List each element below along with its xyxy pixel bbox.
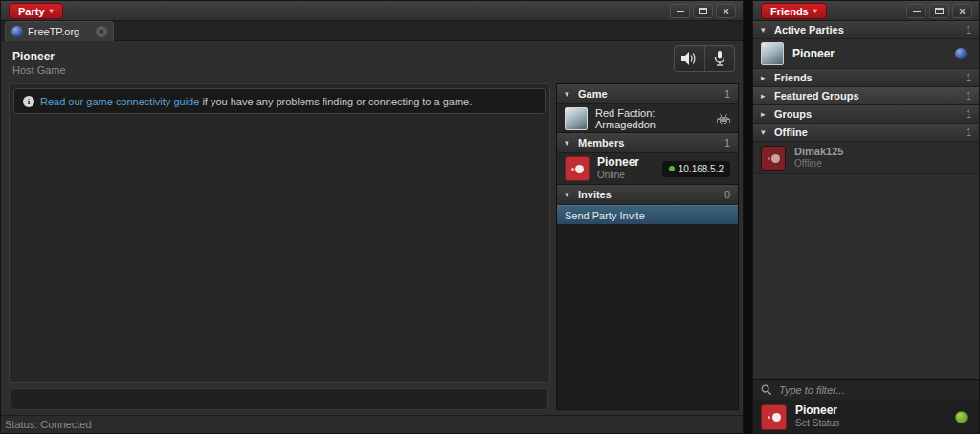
- status-text: Status: Connected: [1, 419, 92, 430]
- game-thumbnail: [565, 107, 588, 130]
- avatar: [761, 404, 787, 430]
- game-name: Red Faction: Armageddon: [595, 107, 709, 130]
- section-label: Invites: [578, 189, 612, 200]
- section-label: Active Parties: [774, 24, 844, 35]
- section-header-featured-groups[interactable]: ▸ Featured Groups 1: [753, 87, 979, 105]
- friends-menu-label: Friends: [770, 6, 809, 17]
- chevron-down-icon: ▾: [565, 89, 573, 99]
- section-header-offline[interactable]: ▾ Offline 1: [753, 124, 979, 142]
- speaker-button[interactable]: [675, 46, 704, 71]
- tab-close-icon[interactable]: ×: [96, 26, 107, 37]
- offline-friend-row[interactable]: Dimak125 Offline: [753, 142, 979, 174]
- party-menu-label: Party: [18, 6, 45, 17]
- section-count: 1: [724, 137, 730, 148]
- member-status: Online: [597, 170, 639, 181]
- chevron-right-icon: ▸: [761, 91, 769, 101]
- section-header-invites[interactable]: ▾ Invites 0: [557, 185, 738, 205]
- minimize-icon: [913, 11, 921, 12]
- section-label: Groups: [774, 108, 812, 120]
- chat-input[interactable]: [11, 388, 548, 410]
- member-identity: Pioneer Online: [597, 156, 639, 180]
- send-party-invite-button[interactable]: Send Party Invite: [557, 205, 738, 224]
- section-count: 1: [966, 90, 971, 102]
- avatar: [565, 156, 590, 181]
- section-label: Friends: [774, 72, 813, 83]
- search-icon: [761, 384, 772, 396]
- tab-label: FreeTP.org: [28, 26, 91, 37]
- presence-status-icon[interactable]: [955, 411, 968, 423]
- section-label: Offline: [774, 126, 808, 138]
- chevron-down-icon: ▾: [565, 190, 573, 199]
- friends-menu-button[interactable]: Friends ▾: [761, 3, 827, 19]
- party-content: Pioneer Host Game i: [1, 41, 743, 433]
- friends-titlebar: Friends ▾ X: [753, 1, 979, 21]
- section-count: 1: [966, 24, 971, 35]
- chevron-right-icon: ▸: [761, 109, 769, 119]
- active-party-row[interactable]: Pioneer: [753, 39, 979, 69]
- section-header-members[interactable]: ▾ Members 1: [557, 133, 738, 153]
- minimize-button[interactable]: [670, 4, 690, 18]
- minimize-icon: [677, 11, 684, 12]
- page-title: Pioneer: [12, 50, 55, 63]
- maximize-icon: [699, 8, 707, 14]
- friend-name: Dimak125: [794, 146, 843, 158]
- self-status-row[interactable]: Pioneer Set Status: [753, 400, 979, 433]
- globe-icon: [955, 48, 967, 59]
- close-button[interactable]: X: [716, 4, 736, 18]
- friend-identity: Dimak125 Offline: [794, 146, 843, 169]
- globe-icon: [11, 26, 23, 37]
- party-main-panel: i Read our game connectivity guide if yo…: [9, 83, 550, 383]
- chevron-down-icon: ▾: [761, 25, 769, 34]
- connectivity-guide-link[interactable]: Read our game connectivity guide: [40, 96, 199, 107]
- chevron-down-icon: ▾: [50, 8, 54, 15]
- tab-freetp[interactable]: FreeTP.org ×: [5, 21, 114, 41]
- chevron-down-icon: ▾: [761, 127, 769, 137]
- self-identity: Pioneer Set Status: [795, 404, 839, 428]
- party-window-controls: X: [670, 4, 736, 18]
- maximize-button[interactable]: [693, 4, 713, 18]
- member-ip-chip: 10.168.5.2: [662, 161, 730, 177]
- invader-icon: [717, 114, 730, 124]
- game-row[interactable]: Red Faction: Armageddon: [557, 104, 738, 133]
- game-thumbnail: [761, 42, 784, 65]
- friend-status: Offline: [794, 158, 843, 170]
- microphone-button[interactable]: [704, 46, 735, 71]
- section-header-friends[interactable]: ▸ Friends 1: [753, 69, 979, 87]
- set-status-label[interactable]: Set Status: [795, 418, 839, 429]
- tab-bar: FreeTP.org ×: [1, 21, 743, 41]
- section-label: Game: [578, 88, 608, 100]
- party-titlebar: Party ▾ X: [1, 1, 743, 21]
- minimize-button[interactable]: [906, 4, 926, 18]
- speaker-icon: [681, 52, 698, 65]
- maximize-button[interactable]: [929, 4, 949, 18]
- filter-bar: [753, 379, 979, 400]
- close-button[interactable]: X: [952, 4, 972, 18]
- section-count: 1: [966, 72, 971, 83]
- party-menu-button[interactable]: Party ▾: [9, 3, 63, 19]
- friends-window: Friends ▾ X ▾ Active Parties 1 Pioneer ▸…: [752, 0, 980, 434]
- self-name: Pioneer: [795, 404, 839, 418]
- member-name: Pioneer: [597, 156, 639, 170]
- close-icon: X: [723, 7, 728, 16]
- section-label: Members: [578, 137, 624, 148]
- status-bar: Status: Connected: [1, 415, 743, 433]
- friends-window-controls: X: [906, 4, 972, 18]
- section-header-active-parties[interactable]: ▾ Active Parties 1: [753, 21, 979, 39]
- connectivity-notice: i Read our game connectivity guide if yo…: [13, 88, 546, 114]
- section-header-groups[interactable]: ▸ Groups 1: [753, 105, 979, 124]
- party-side-panel: ▾ Game 1 Red Faction: Armageddon: [556, 83, 739, 410]
- voice-controls: [674, 45, 735, 72]
- party-window: Party ▾ X FreeTP.org × Pioneer Host Game: [0, 0, 744, 434]
- section-label: Featured Groups: [774, 90, 859, 102]
- section-header-game[interactable]: ▾ Game 1: [557, 84, 738, 104]
- maximize-icon: [935, 8, 944, 14]
- notice-tail: if you have any problems finding or conn…: [202, 96, 472, 107]
- chevron-down-icon: ▾: [813, 8, 817, 15]
- filter-input[interactable]: [779, 384, 971, 396]
- member-row[interactable]: Pioneer Online 10.168.5.2: [557, 153, 738, 185]
- chevron-down-icon: ▾: [565, 138, 573, 148]
- close-icon: X: [959, 7, 965, 16]
- section-count: 1: [966, 126, 971, 138]
- member-ip: 10.168.5.2: [679, 164, 724, 174]
- page-subtitle: Host Game: [12, 64, 66, 76]
